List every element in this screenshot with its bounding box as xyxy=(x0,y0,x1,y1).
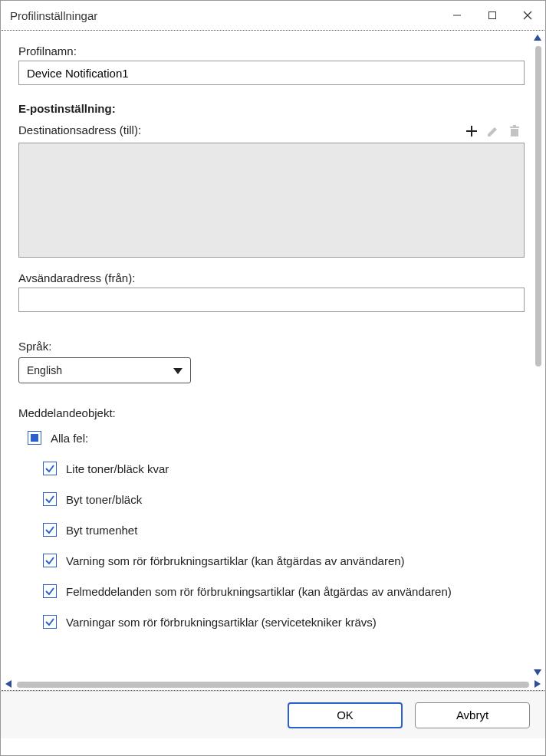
cancel-button[interactable]: Avbryt xyxy=(415,702,530,728)
sender-block: Avsändaradress (från): xyxy=(18,271,528,312)
svg-rect-12 xyxy=(513,125,516,127)
scroll-down-arrow[interactable] xyxy=(532,667,543,678)
sender-input[interactable] xyxy=(18,288,525,312)
chevron-down-icon xyxy=(173,364,183,376)
titlebar: Profilinställningar xyxy=(1,1,545,30)
maximize-button[interactable] xyxy=(475,1,510,30)
message-items-block: Meddelandeobjekt: Alla fel: Lite toner/b… xyxy=(18,406,528,633)
checkbox-item-2[interactable] xyxy=(43,523,57,537)
checkbox-row: Felmeddelanden som rör förbrukningsartik… xyxy=(43,580,528,602)
delete-address-button xyxy=(505,121,525,141)
language-select[interactable]: English xyxy=(18,357,191,383)
checkbox-item-3[interactable] xyxy=(43,554,57,567)
svg-marker-7 xyxy=(534,680,541,688)
destination-header: Destinationsadress (till): xyxy=(18,121,525,141)
svg-marker-6 xyxy=(5,680,12,688)
checkbox-item-4[interactable] xyxy=(43,584,57,598)
svg-rect-10 xyxy=(511,129,518,136)
content-area: Profilnamn: E-postinställning: Destinati… xyxy=(2,31,544,690)
svg-marker-13 xyxy=(173,368,183,374)
language-block: Språk: English xyxy=(18,340,528,383)
checkbox-item-0[interactable] xyxy=(43,462,57,475)
checkbox-all-errors-label: Alla fel: xyxy=(51,432,88,445)
scroll-right-arrow[interactable] xyxy=(532,679,543,689)
scroll-up-arrow[interactable] xyxy=(532,32,543,43)
form-inner: Profilnamn: E-postinställning: Destinati… xyxy=(2,31,544,633)
close-button[interactable] xyxy=(510,1,545,30)
language-selected: English xyxy=(27,364,62,376)
scroll-left-arrow[interactable] xyxy=(3,679,14,689)
checkbox-label: Varning som rör förbrukningsartiklar (ka… xyxy=(66,554,405,567)
window-title: Profilinställningar xyxy=(10,9,439,22)
checkbox-all-errors-row: Alla fel: xyxy=(28,427,528,449)
checkbox-all-errors[interactable] xyxy=(28,431,41,445)
checkbox-label: Varningar som rör förbrukningsartiklar (… xyxy=(66,616,377,629)
button-bar: OK Avbryt xyxy=(1,691,545,738)
svg-rect-11 xyxy=(510,127,519,128)
profile-settings-window: Profilinställningar xyxy=(0,0,546,756)
email-section-label: E-postinställning: xyxy=(18,102,528,115)
checkbox-item-1[interactable] xyxy=(43,492,57,506)
svg-rect-1 xyxy=(489,12,496,19)
checkbox-label: Felmeddelanden som rör förbrukningsartik… xyxy=(66,585,452,598)
checkbox-row: Byt trumenhet xyxy=(43,519,528,541)
minimize-button[interactable] xyxy=(439,1,475,30)
destination-label: Destinationsadress (till): xyxy=(18,123,460,136)
checkbox-row: Varning som rör förbrukningsartiklar (ka… xyxy=(43,550,528,571)
checkbox-row: Byt toner/bläck xyxy=(43,488,528,510)
checkbox-item-5[interactable] xyxy=(43,615,57,629)
destination-list[interactable] xyxy=(18,143,525,258)
content-border: Profilnamn: E-postinställning: Destinati… xyxy=(2,30,544,691)
svg-marker-4 xyxy=(534,35,541,41)
ok-button[interactable]: OK xyxy=(288,702,403,728)
checkbox-row: Varningar som rör förbrukningsartiklar (… xyxy=(43,611,528,633)
message-items-label: Meddelandeobjekt: xyxy=(18,406,528,419)
sender-label: Avsändaradress (från): xyxy=(18,271,528,284)
profile-name-input[interactable] xyxy=(18,61,525,85)
vertical-scrollbar[interactable] xyxy=(535,46,541,366)
language-label: Språk: xyxy=(18,340,528,353)
horizontal-scrollbar[interactable] xyxy=(17,682,529,688)
edit-address-button xyxy=(483,121,503,141)
checkbox-label: Byt toner/bläck xyxy=(66,493,142,506)
svg-marker-5 xyxy=(534,669,541,675)
profile-name-label: Profilnamn: xyxy=(18,44,528,58)
checkbox-row: Lite toner/bläck kvar xyxy=(43,458,528,479)
checkbox-label: Lite toner/bläck kvar xyxy=(66,462,169,475)
checkbox-label: Byt trumenhet xyxy=(66,524,137,537)
add-address-button[interactable] xyxy=(462,121,482,141)
